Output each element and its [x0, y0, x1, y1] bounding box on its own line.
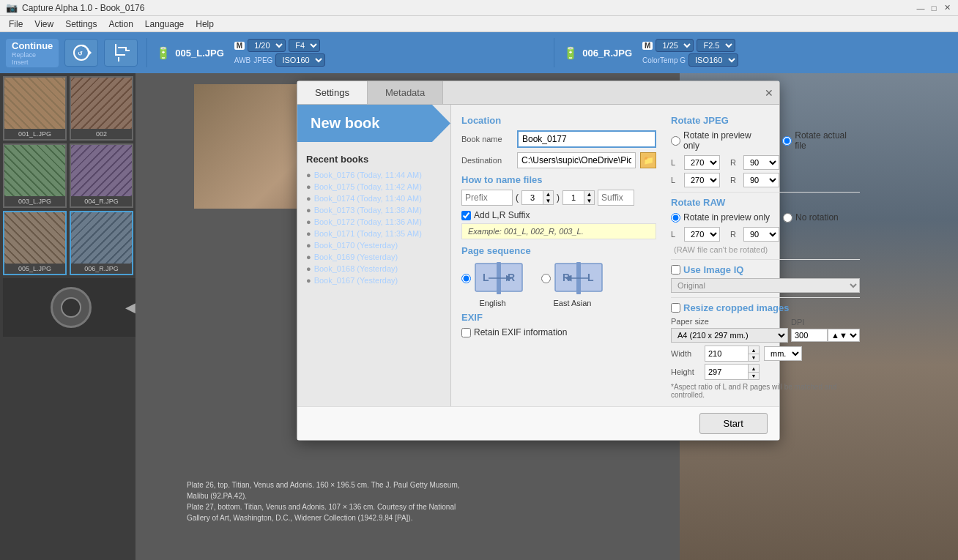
app-title: Capture Alpha 1.0 - Book_0176	[22, 3, 144, 13]
camera-lens	[61, 297, 81, 318]
rotate-button[interactable]: ↺	[64, 39, 98, 67]
menu-action[interactable]: Action	[103, 18, 139, 31]
tab-metadata[interactable]: Metadata	[368, 81, 443, 104]
jpeg-l-degrees-select[interactable]: 270090180	[684, 155, 720, 170]
jpeg-actual-file-radio[interactable]	[782, 136, 792, 146]
recent-book-8[interactable]: ● Book_0168 (Yesterday)	[306, 263, 442, 275]
raw-note-text: (RAW file can't be rotated)	[674, 245, 768, 254]
recent-book-0[interactable]: ● Book_0176 (Today, 11:44 AM)	[306, 169, 442, 181]
num-digits-spin-buttons: ▲ ▼	[584, 191, 594, 204]
jpeg-r2-degrees-select[interactable]: 900180270	[743, 173, 779, 187]
raw-no-rotation-row: No rotation	[783, 212, 839, 223]
dpi-input[interactable]	[791, 329, 828, 342]
raw-r-label: R	[730, 230, 739, 239]
recent-book-3[interactable]: ● Book_0173 (Today, 11:38 AM)	[306, 204, 442, 216]
menu-file[interactable]: File	[3, 18, 29, 31]
new-book-title: New book	[311, 115, 379, 131]
num-digits-input[interactable]	[563, 191, 584, 204]
menu-help[interactable]: Help	[190, 18, 220, 31]
menu-view[interactable]: View	[29, 18, 59, 31]
jpeg-preview-only-label: Rotate in preview only	[683, 130, 769, 151]
recent-book-2[interactable]: ● Book_0174 (Today, 11:40 AM)	[306, 193, 442, 204]
east-asian-sequence-option[interactable]: R L	[541, 261, 604, 307]
continue-label: Continue	[12, 40, 53, 51]
width-up-button[interactable]: ▲	[749, 346, 759, 354]
width-down-button[interactable]: ▼	[749, 354, 759, 361]
dpi-cell: DPI ▲▼	[791, 317, 860, 342]
height-up-button[interactable]: ▲	[749, 365, 759, 372]
num-start-input[interactable]	[522, 191, 543, 204]
right-mode-badge: M	[642, 42, 653, 50]
app-close-button[interactable]: ✕	[942, 3, 952, 13]
browse-folder-button[interactable]: 📁	[640, 152, 656, 168]
image-iq-checkbox[interactable]	[671, 265, 680, 275]
unit-select[interactable]: mm.cm.inch	[764, 346, 802, 361]
num-digits-down[interactable]: ▼	[584, 198, 594, 204]
paper-size-select[interactable]: A4 (210 x 297 mm.)	[671, 328, 788, 343]
minimize-button[interactable]: —	[916, 3, 926, 13]
thumbnail-005L[interactable]: 005_L.JPG	[3, 211, 67, 275]
recent-book-6[interactable]: ● Book_0170 (Yesterday)	[306, 239, 442, 251]
jpeg-r-degrees-select[interactable]: 900180270	[743, 155, 779, 170]
crop-button[interactable]	[104, 39, 138, 67]
jpeg-preview-only-radio[interactable]	[671, 136, 680, 146]
retain-exif-checkbox[interactable]	[461, 328, 471, 337]
start-button[interactable]: Start	[699, 413, 768, 434]
right-shutter-select[interactable]: 1/25	[656, 39, 694, 52]
svg-rect-8	[125, 47, 127, 51]
raw-no-rotation-radio[interactable]	[783, 213, 792, 223]
east-asian-radio[interactable]	[541, 274, 551, 283]
recent-book-1[interactable]: ● Book_0175 (Today, 11:42 AM)	[306, 181, 442, 193]
jpeg-l2-degrees-select[interactable]: 270090180	[684, 173, 720, 187]
book-name-input[interactable]	[517, 130, 656, 148]
thumbnail-002R[interactable]: 002	[70, 76, 133, 141]
destination-input[interactable]	[517, 152, 636, 168]
prefix-input[interactable]	[461, 190, 513, 206]
thumbnail-006R[interactable]: 006_R.JPG	[70, 211, 133, 275]
add-lr-checkbox[interactable]	[461, 211, 471, 220]
dialog-close-button[interactable]: ✕	[759, 81, 779, 104]
thumbnail-001L[interactable]: 001_L.JPG	[3, 76, 67, 141]
capture-mode-group[interactable]: Continue Replace Insert	[6, 39, 59, 67]
recent-book-9[interactable]: ● Book_0167 (Yesterday)	[306, 275, 442, 286]
num-start-up[interactable]: ▲	[543, 191, 553, 198]
suffix-input[interactable]	[598, 190, 634, 206]
num-start-down[interactable]: ▼	[543, 198, 553, 204]
rotate-jpeg-options: Rotate in preview only Rotate actual fil…	[671, 130, 860, 151]
recent-book-5[interactable]: ● Book_0171 (Today, 11:35 AM)	[306, 228, 442, 239]
menu-language[interactable]: Language	[139, 18, 190, 31]
add-lr-row: Add L,R Suffix	[461, 210, 656, 220]
width-input[interactable]	[705, 346, 749, 362]
right-aperture-select[interactable]: F2.5	[697, 39, 735, 52]
recent-book-4[interactable]: ● Book_0172 (Today, 11:36 AM)	[306, 216, 442, 228]
raw-preview-only-radio[interactable]	[671, 213, 680, 223]
left-format: JPEG	[253, 56, 272, 64]
collapse-arrow[interactable]: ◀	[125, 299, 135, 316]
recent-book-7[interactable]: ● Book_0169 (Yesterday)	[306, 251, 442, 263]
right-wb: ColorTemp G	[642, 56, 686, 64]
num-digits-up[interactable]: ▲	[584, 191, 594, 198]
dpi-unit-select[interactable]: ▲▼	[828, 329, 860, 342]
raw-r-degrees-select[interactable]: 900180270	[743, 227, 779, 242]
height-down-button[interactable]: ▼	[749, 372, 759, 379]
image-iq-select[interactable]: Original	[671, 278, 860, 293]
page-sequence-title: Page sequence	[461, 245, 656, 256]
raw-l-degrees-select[interactable]: 270090180	[684, 227, 720, 242]
english-book-icon: L R	[474, 261, 524, 296]
thumbnail-004R[interactable]: 004_R.JPG	[70, 143, 133, 208]
jpeg-l-label: L	[671, 158, 680, 167]
resize-checkbox[interactable]	[671, 303, 680, 313]
tab-settings[interactable]: Settings	[297, 81, 368, 104]
right-iso-select[interactable]: ISO160	[688, 53, 738, 67]
left-aperture-select[interactable]: F4	[289, 39, 320, 52]
height-input[interactable]	[705, 364, 749, 380]
menu-settings[interactable]: Settings	[59, 18, 103, 31]
example-box: Example: 001_L, 002_R, 003_L.	[461, 223, 656, 239]
thumbnail-003L[interactable]: 003_L.JPG	[3, 143, 67, 208]
dpi-input-wrapper: ▲▼	[791, 329, 860, 342]
english-sequence-option[interactable]: L R	[461, 261, 524, 307]
left-iso-select[interactable]: ISO160	[275, 53, 325, 67]
left-shutter-select[interactable]: 1/20	[248, 39, 286, 52]
maximize-button[interactable]: □	[929, 3, 939, 13]
english-radio[interactable]	[461, 274, 471, 283]
